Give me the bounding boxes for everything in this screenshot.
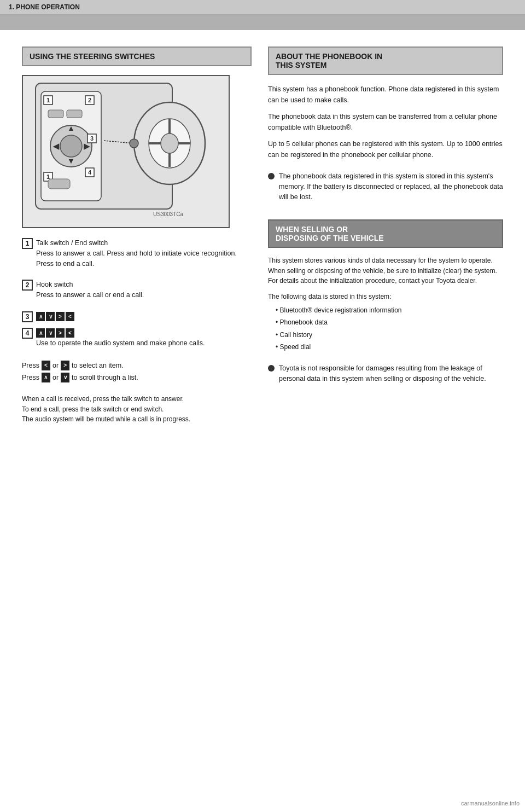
when-selling-item-1: • Bluetooth® device registration informa… [276,305,503,316]
extra-text-content: When a call is received, press the talk … [22,395,190,423]
svg-rect-19 [67,110,82,118]
item-1-label: Talk switch / End switch [36,239,108,247]
when-selling-content: This system stores various kinds of data… [268,256,503,352]
phonebook-para-2: The phonebook data in this system can be… [268,111,503,133]
arrow-left-nav: < [42,361,50,370]
dir-symbols-4: ∧ ∨ > < [36,328,74,338]
svg-text:▲: ▲ [67,124,75,132]
arrow-left-4: < [66,328,74,338]
item-3-text: ∧ ∨ > < [36,311,252,322]
spacer-2 [22,306,252,311]
phonebook-para-3: Up to 5 cellular phones can be registere… [268,138,503,160]
svg-rect-20 [48,179,70,189]
direction-text-1: Press < or > to select an item. Press ∧ … [22,360,252,383]
extra-text: When a call is received, press the talk … [22,394,252,425]
item-2-desc: Press to answer a call or end a call. [36,291,144,299]
spacer-1 [22,274,252,280]
when-selling-bullet-dot [268,365,275,372]
page-header: 1. PHONE OPERATION [0,0,525,15]
arrow-down-4: ∨ [46,328,55,338]
steering-image-inner: 1 2 ▲ ▼ ◀ ▶ 3 [23,76,229,227]
item-row-2: 2 Hook switch Press to answer a call or … [22,280,252,300]
phonebook-bullet-text: The phonebook data registered in this sy… [279,171,503,202]
phonebook-bullet-dot [268,173,275,179]
svg-point-7 [60,135,82,157]
dir-text-suffix-2: to scroll through a list. [72,372,138,383]
when-selling-item-4: • Speed dial [276,342,503,352]
arrow-right-4: > [56,328,65,338]
item-2-label: Hook switch [36,281,73,288]
svg-text:1: 1 [46,173,50,180]
when-selling-line2: DISPOSING OF THE VEHICLE [276,234,384,242]
dir-text-prefix-1: Press [22,360,39,371]
left-column: USING THE STEERING SWITCHES 1 2 [22,47,252,436]
header-title: 1. PHONE OPERATION [9,3,80,11]
item-row-1: 1 Talk switch / End switch Press to answ… [22,238,252,269]
phonebook-heading-line2: THIS SYSTEM [276,61,326,69]
svg-point-29 [130,139,138,148]
svg-text:▼: ▼ [67,156,75,165]
svg-point-23 [161,134,178,153]
when-selling-para-2: The following data is stored in this sys… [268,292,503,302]
spacer-3 [22,353,252,359]
svg-text:3: 3 [90,135,94,142]
item-row-4: 4 ∧ ∨ > < Use to operate the audio syste… [22,328,252,349]
dir-text-or-1: or [52,360,59,371]
svg-text:1: 1 [46,97,50,103]
main-content: USING THE STEERING SWITCHES 1 2 [0,30,525,452]
svg-text:2: 2 [88,97,91,103]
arrow-left-3: < [66,312,74,321]
spacer-right-1 [268,206,503,219]
phonebook-para-1: This system has a phonebook function. Ph… [268,84,503,106]
when-selling-item-2: • Phonebook data [276,317,503,328]
when-selling-line1: WHEN SELLING OR [276,225,348,234]
right-column: ABOUT THE PHONEBOOK IN THIS SYSTEM This … [268,47,503,436]
decorative-bar [0,15,525,30]
when-selling-bullet-row: Toyota is not responsible for damages re… [268,363,503,384]
when-selling-bullet-text: Toyota is not responsible for damages re… [279,363,503,384]
phonebook-heading: ABOUT THE PHONEBOOK IN THIS SYSTEM [268,47,503,75]
left-section-heading: USING THE STEERING SWITCHES [22,47,252,66]
item-2-text: Hook switch Press to answer a call or en… [36,280,252,300]
arrow-up-4: ∧ [36,328,45,338]
item-1-desc: Press to answer a call. Press and hold t… [36,250,237,268]
arrow-down-3: ∨ [46,312,55,321]
dir-line-1: Press < or > to select an item. [22,360,252,371]
svg-rect-18 [48,110,63,118]
watermark: carmanualsonline.info [461,800,520,807]
when-selling-para-1: This system stores various kinds of data… [268,256,503,286]
arrow-right-3: > [56,312,65,321]
dir-line-2: Press ∧ or ∨ to scroll through a list. [22,372,252,383]
dir-symbols-3: ∧ ∨ > < [36,312,74,321]
dir-text-suffix-1: to select an item. [72,360,124,371]
item-4-text: ∧ ∨ > < Use to operate the audio system … [36,328,252,349]
item-row-3: 3 ∧ ∨ > < [22,311,252,322]
svg-text:◀: ◀ [52,142,60,150]
arrow-right-nav: > [61,361,69,370]
phonebook-bullet-row: The phonebook data registered in this sy… [268,171,503,202]
phonebook-content: This system has a phonebook function. Ph… [268,84,503,160]
badge-4: 4 [22,328,33,339]
dir-text-prefix-2: Press [22,372,39,383]
steering-svg: 1 2 ▲ ▼ ◀ ▶ 3 [33,80,219,223]
svg-text:US3003TCa: US3003TCa [153,211,183,217]
phonebook-heading-line1: ABOUT THE PHONEBOOK IN [276,52,382,61]
badge-3: 3 [22,311,33,322]
svg-text:4: 4 [88,169,92,176]
item-1-text: Talk switch / End switch Press to answer… [36,238,252,269]
arrow-up-3: ∧ [36,312,45,321]
arrow-up-nav: ∧ [42,373,50,382]
when-selling-item-3: • Call history [276,330,503,340]
arrow-down-nav: ∨ [61,373,69,382]
item-4-desc: Use to operate the audio system and make… [36,339,205,347]
badge-1: 1 [22,238,33,249]
dir-text-or-2: or [52,372,59,383]
steering-image: 1 2 ▲ ▼ ◀ ▶ 3 [22,75,230,228]
badge-2: 2 [22,280,33,291]
when-selling-heading: WHEN SELLING OR DISPOSING OF THE VEHICLE [268,219,503,248]
